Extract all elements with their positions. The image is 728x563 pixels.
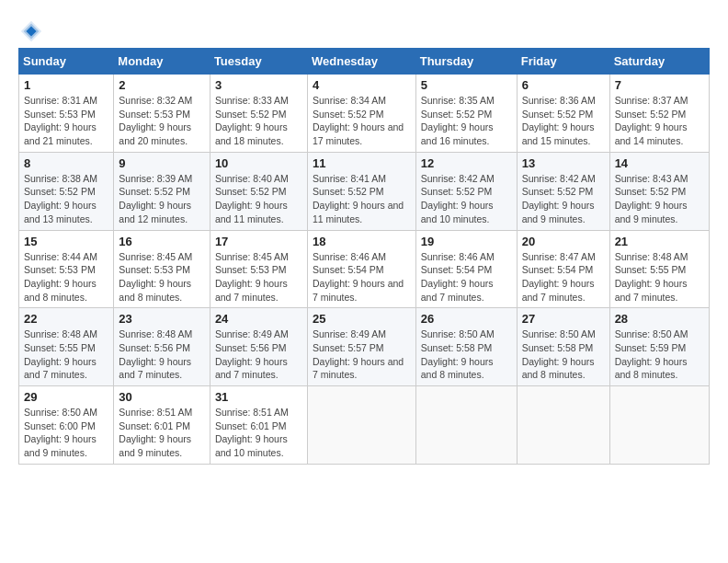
calendar-cell: 9Sunrise: 8:39 AM Sunset: 5:52 PM Daylig… <box>114 152 210 230</box>
day-number: 5 <box>421 78 512 92</box>
day-number: 7 <box>615 78 704 92</box>
calendar-week-1: 8Sunrise: 8:38 AM Sunset: 5:52 PM Daylig… <box>19 152 710 230</box>
day-detail: Sunrise: 8:44 AM Sunset: 5:53 PM Dayligh… <box>24 250 108 304</box>
calendar-cell: 8Sunrise: 8:38 AM Sunset: 5:52 PM Daylig… <box>19 152 114 230</box>
day-number: 8 <box>24 156 108 170</box>
calendar-cell: 25Sunrise: 8:49 AM Sunset: 5:57 PM Dayli… <box>307 308 415 386</box>
day-number: 6 <box>522 78 605 92</box>
day-detail: Sunrise: 8:36 AM Sunset: 5:52 PM Dayligh… <box>522 94 605 148</box>
day-number: 10 <box>215 156 302 170</box>
calendar-cell: 3Sunrise: 8:33 AM Sunset: 5:52 PM Daylig… <box>210 75 307 153</box>
calendar-cell: 24Sunrise: 8:49 AM Sunset: 5:56 PM Dayli… <box>210 308 307 386</box>
day-detail: Sunrise: 8:50 AM Sunset: 5:58 PM Dayligh… <box>421 327 512 382</box>
calendar-week-0: 1Sunrise: 8:31 AM Sunset: 5:53 PM Daylig… <box>19 75 710 153</box>
calendar-cell: 6Sunrise: 8:36 AM Sunset: 5:52 PM Daylig… <box>517 75 609 153</box>
day-detail: Sunrise: 8:47 AM Sunset: 5:54 PM Dayligh… <box>522 250 605 304</box>
day-detail: Sunrise: 8:38 AM Sunset: 5:52 PM Dayligh… <box>24 172 108 226</box>
calendar-cell: 14Sunrise: 8:43 AM Sunset: 5:52 PM Dayli… <box>609 152 709 230</box>
calendar-cell: 21Sunrise: 8:48 AM Sunset: 5:55 PM Dayli… <box>609 230 709 308</box>
calendar-cell <box>609 386 709 465</box>
day-number: 26 <box>421 312 512 326</box>
calendar-cell: 4Sunrise: 8:34 AM Sunset: 5:52 PM Daylig… <box>307 75 415 153</box>
day-detail: Sunrise: 8:50 AM Sunset: 6:00 PM Dayligh… <box>24 406 108 460</box>
calendar-cell: 27Sunrise: 8:50 AM Sunset: 5:58 PM Dayli… <box>517 308 609 386</box>
calendar-cell: 11Sunrise: 8:41 AM Sunset: 5:52 PM Dayli… <box>307 152 415 230</box>
page-header <box>18 18 710 44</box>
calendar-cell: 18Sunrise: 8:46 AM Sunset: 5:54 PM Dayli… <box>307 230 415 308</box>
day-number: 12 <box>421 156 512 170</box>
day-detail: Sunrise: 8:32 AM Sunset: 5:53 PM Dayligh… <box>119 94 205 148</box>
day-detail: Sunrise: 8:46 AM Sunset: 5:54 PM Dayligh… <box>313 250 411 304</box>
calendar-cell: 20Sunrise: 8:47 AM Sunset: 5:54 PM Dayli… <box>517 230 609 308</box>
calendar-cell: 12Sunrise: 8:42 AM Sunset: 5:52 PM Dayli… <box>415 152 517 230</box>
calendar-header-row: SundayMondayTuesdayWednesdayThursdayFrid… <box>19 49 710 75</box>
calendar-cell: 1Sunrise: 8:31 AM Sunset: 5:53 PM Daylig… <box>19 75 114 153</box>
calendar-week-2: 15Sunrise: 8:44 AM Sunset: 5:53 PM Dayli… <box>19 230 710 308</box>
calendar-week-3: 22Sunrise: 8:48 AM Sunset: 5:55 PM Dayli… <box>19 308 710 386</box>
calendar-cell <box>517 386 609 465</box>
day-number: 30 <box>119 390 205 404</box>
day-number: 14 <box>615 156 704 170</box>
day-detail: Sunrise: 8:46 AM Sunset: 5:54 PM Dayligh… <box>421 250 512 304</box>
day-number: 2 <box>119 78 205 92</box>
day-number: 16 <box>119 235 205 248</box>
day-detail: Sunrise: 8:48 AM Sunset: 5:55 PM Dayligh… <box>24 327 108 382</box>
day-detail: Sunrise: 8:48 AM Sunset: 5:56 PM Dayligh… <box>119 327 205 382</box>
day-detail: Sunrise: 8:39 AM Sunset: 5:52 PM Dayligh… <box>119 172 205 226</box>
day-detail: Sunrise: 8:31 AM Sunset: 5:53 PM Dayligh… <box>24 94 108 148</box>
day-number: 19 <box>421 235 512 248</box>
day-number: 25 <box>313 312 411 326</box>
day-number: 27 <box>522 312 605 326</box>
day-number: 22 <box>24 312 108 326</box>
header-tuesday: Tuesday <box>210 49 307 75</box>
calendar-cell: 17Sunrise: 8:45 AM Sunset: 5:53 PM Dayli… <box>210 230 307 308</box>
day-detail: Sunrise: 8:45 AM Sunset: 5:53 PM Dayligh… <box>215 250 302 304</box>
logo <box>18 18 48 44</box>
day-detail: Sunrise: 8:51 AM Sunset: 6:01 PM Dayligh… <box>119 406 205 460</box>
calendar-cell: 19Sunrise: 8:46 AM Sunset: 5:54 PM Dayli… <box>415 230 517 308</box>
day-number: 20 <box>522 235 605 248</box>
day-detail: Sunrise: 8:45 AM Sunset: 5:53 PM Dayligh… <box>119 250 205 304</box>
day-number: 31 <box>215 390 302 404</box>
day-number: 28 <box>615 312 704 326</box>
calendar-cell: 13Sunrise: 8:42 AM Sunset: 5:52 PM Dayli… <box>517 152 609 230</box>
day-number: 4 <box>313 78 411 92</box>
calendar-cell: 26Sunrise: 8:50 AM Sunset: 5:58 PM Dayli… <box>415 308 517 386</box>
calendar-cell <box>415 386 517 465</box>
header-friday: Friday <box>517 49 609 75</box>
day-detail: Sunrise: 8:49 AM Sunset: 5:57 PM Dayligh… <box>313 327 411 382</box>
day-number: 15 <box>24 235 108 248</box>
header-sunday: Sunday <box>19 49 114 75</box>
day-number: 1 <box>24 78 108 92</box>
logo-icon <box>18 18 44 44</box>
header-saturday: Saturday <box>609 49 709 75</box>
calendar-cell <box>307 386 415 465</box>
day-detail: Sunrise: 8:42 AM Sunset: 5:52 PM Dayligh… <box>421 172 512 226</box>
day-detail: Sunrise: 8:37 AM Sunset: 5:52 PM Dayligh… <box>615 94 704 148</box>
calendar-cell: 31Sunrise: 8:51 AM Sunset: 6:01 PM Dayli… <box>210 386 307 465</box>
day-detail: Sunrise: 8:51 AM Sunset: 6:01 PM Dayligh… <box>215 406 302 460</box>
calendar-cell: 29Sunrise: 8:50 AM Sunset: 6:00 PM Dayli… <box>19 386 114 465</box>
calendar-cell: 23Sunrise: 8:48 AM Sunset: 5:56 PM Dayli… <box>114 308 210 386</box>
calendar-cell: 7Sunrise: 8:37 AM Sunset: 5:52 PM Daylig… <box>609 75 709 153</box>
day-detail: Sunrise: 8:42 AM Sunset: 5:52 PM Dayligh… <box>522 172 605 226</box>
day-number: 3 <box>215 78 302 92</box>
calendar-cell: 28Sunrise: 8:50 AM Sunset: 5:59 PM Dayli… <box>609 308 709 386</box>
day-detail: Sunrise: 8:49 AM Sunset: 5:56 PM Dayligh… <box>215 327 302 382</box>
day-detail: Sunrise: 8:50 AM Sunset: 5:58 PM Dayligh… <box>522 327 605 382</box>
day-number: 21 <box>615 235 704 248</box>
day-detail: Sunrise: 8:40 AM Sunset: 5:52 PM Dayligh… <box>215 172 302 226</box>
calendar-cell: 10Sunrise: 8:40 AM Sunset: 5:52 PM Dayli… <box>210 152 307 230</box>
day-number: 11 <box>313 156 411 170</box>
calendar-cell: 16Sunrise: 8:45 AM Sunset: 5:53 PM Dayli… <box>114 230 210 308</box>
header-monday: Monday <box>114 49 210 75</box>
day-detail: Sunrise: 8:48 AM Sunset: 5:55 PM Dayligh… <box>615 250 704 304</box>
day-number: 24 <box>215 312 302 326</box>
calendar-cell: 15Sunrise: 8:44 AM Sunset: 5:53 PM Dayli… <box>19 230 114 308</box>
calendar-table: SundayMondayTuesdayWednesdayThursdayFrid… <box>18 48 710 465</box>
day-number: 23 <box>119 312 205 326</box>
day-number: 29 <box>24 390 108 404</box>
calendar-cell: 5Sunrise: 8:35 AM Sunset: 5:52 PM Daylig… <box>415 75 517 153</box>
day-number: 18 <box>313 235 411 248</box>
day-detail: Sunrise: 8:34 AM Sunset: 5:52 PM Dayligh… <box>313 94 411 148</box>
